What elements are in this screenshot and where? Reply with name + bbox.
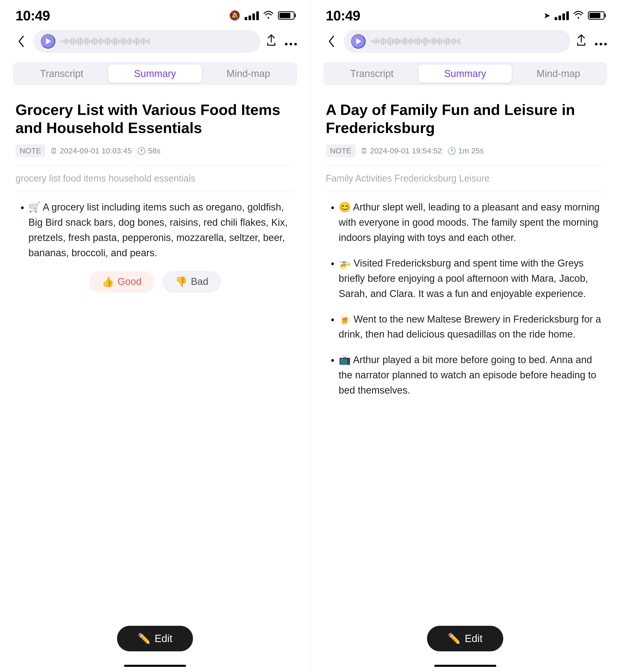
wave-bar <box>396 38 397 45</box>
wave-bar <box>116 38 117 45</box>
tab-mindmap-1[interactable]: Mind-map <box>202 65 295 82</box>
wave-bar <box>147 40 148 43</box>
wave-bar <box>419 38 420 45</box>
share-button-1[interactable] <box>266 34 277 49</box>
wave-bar <box>63 40 64 43</box>
wave-bar <box>415 39 416 44</box>
good-label-1: Good <box>117 276 142 287</box>
list-item: 🛒 A grocery list including items such as… <box>29 200 295 261</box>
wave-bar <box>131 39 132 44</box>
content-2: A Day of Family Fun and Leisure in Frede… <box>310 91 620 672</box>
signal-bar <box>252 13 255 20</box>
note-title-2: A Day of Family Fun and Leisure in Frede… <box>326 101 605 136</box>
more-button-2[interactable] <box>595 34 607 49</box>
home-indicator-2 <box>434 665 496 667</box>
toolbar-action-icons-2 <box>576 34 607 49</box>
wave-bar <box>452 39 453 44</box>
wave-bar <box>76 40 77 43</box>
signal-bar <box>256 11 259 20</box>
back-button-1[interactable] <box>13 35 29 48</box>
list-item: 🍺 Went to the new Maltese Brewery in Fre… <box>339 312 605 342</box>
wave-bar <box>120 40 121 43</box>
back-button-2[interactable] <box>323 35 339 48</box>
wave-bar <box>93 38 94 44</box>
svg-point-1 <box>290 43 292 46</box>
wave-bar <box>71 38 72 45</box>
svg-point-0 <box>285 43 288 46</box>
wave-bar <box>408 40 409 43</box>
wave-bar <box>127 40 128 43</box>
meta-date-value-2: 2024-09-01 19:54:52 <box>370 147 442 155</box>
more-button-1[interactable] <box>285 34 297 49</box>
wave-bar <box>149 38 150 44</box>
signal-bar <box>566 11 569 20</box>
wave-bar <box>138 38 139 45</box>
status-bar-2: 10:49 ➤ <box>310 0 620 26</box>
wave-bar <box>107 38 108 45</box>
wave-bar <box>62 40 63 42</box>
clock-icon-1: 🕐 <box>137 147 146 155</box>
wave-bar <box>134 39 135 44</box>
share-button-2[interactable] <box>576 34 587 49</box>
wave-bar <box>399 39 400 44</box>
wave-bar <box>426 38 427 45</box>
wave-bar <box>432 38 433 44</box>
wave-bar <box>109 38 110 45</box>
edit-button-2[interactable]: ✏️ Edit <box>427 626 503 651</box>
wave-bar <box>377 39 378 44</box>
wave-bar <box>112 39 113 44</box>
tab-transcript-2[interactable]: Transcript <box>325 65 418 82</box>
edit-button-1[interactable]: ✏️ Edit <box>117 626 193 651</box>
waveform-2 <box>370 36 563 47</box>
calendar-icon-2: 🗓 <box>361 147 368 155</box>
wave-bar <box>450 40 451 43</box>
wave-bar <box>98 40 99 43</box>
divider-2 <box>15 191 295 192</box>
tab-summary-1[interactable]: Summary <box>108 65 202 82</box>
tab-summary-2[interactable]: Summary <box>418 65 512 82</box>
wave-bar <box>72 38 73 45</box>
location-icon: ➤ <box>544 11 551 20</box>
note-badge-1: NOTE <box>15 145 45 157</box>
wave-bar <box>414 40 415 43</box>
wave-bar <box>459 38 460 44</box>
wave-bar <box>410 38 411 45</box>
wave-bar <box>381 38 382 45</box>
clock-icon-2: 🕐 <box>447 147 456 155</box>
wave-bar <box>114 37 115 46</box>
divider-1 <box>15 165 295 165</box>
wave-bar <box>439 38 440 45</box>
meta-date-2: 🗓 2024-09-01 19:54:52 <box>361 147 442 155</box>
play-triangle-1 <box>46 38 51 44</box>
tags-2: Family Activities Fredericksburg Leisure <box>326 173 605 184</box>
divider-4 <box>326 191 605 192</box>
wave-bar <box>67 39 68 44</box>
divider-3 <box>326 165 605 165</box>
wave-bar <box>401 40 402 43</box>
status-bar-1: 10:49 🔕 <box>0 0 310 26</box>
tab-mindmap-2[interactable]: Mind-map <box>512 65 605 82</box>
play-button-2[interactable] <box>351 34 366 49</box>
calendar-icon-1: 🗓 <box>50 147 58 155</box>
wave-bar <box>433 38 434 45</box>
meta-duration-value-2: 1m 25s <box>458 147 483 155</box>
wave-bar <box>125 39 126 44</box>
tabs-1: Transcript Summary Mind-map <box>13 62 297 85</box>
bad-button-1[interactable]: 👎 Bad <box>162 271 221 293</box>
svg-point-5 <box>604 43 607 46</box>
wave-bar <box>448 38 449 45</box>
battery-icon-1 <box>278 11 295 20</box>
wave-bar <box>383 38 384 45</box>
signal-bars-1 <box>245 11 259 20</box>
play-button-1[interactable] <box>41 34 55 49</box>
wave-bar <box>453 38 454 45</box>
svg-point-4 <box>600 43 602 46</box>
good-button-1[interactable]: 👍 Good <box>89 271 154 293</box>
toolbar-action-icons-1 <box>266 34 297 49</box>
wave-bar <box>65 39 66 44</box>
wave-bar <box>385 39 386 44</box>
wave-bar <box>390 37 391 46</box>
tab-transcript-1[interactable]: Transcript <box>15 65 108 82</box>
bullet-list-1: 🛒 A grocery list including items such as… <box>15 200 295 261</box>
wave-bar <box>397 38 398 45</box>
